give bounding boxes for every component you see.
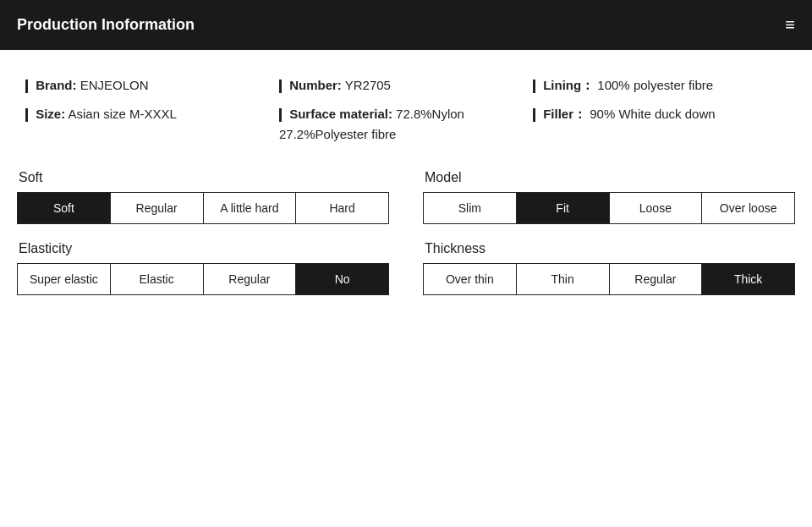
- size-info: Size: Asian size M-XXXL: [25, 104, 279, 124]
- softness-btn-hard[interactable]: Hard: [296, 193, 388, 223]
- brand-info: Brand: ENJEOLON: [25, 75, 279, 96]
- softness-btn-soft[interactable]: Soft: [18, 193, 111, 223]
- elasticity-buttons: Super elastic Elastic Regular No: [17, 263, 389, 295]
- filler-bar: [533, 108, 535, 122]
- filler-info: Filler： 90% White duck down: [533, 104, 787, 124]
- surface-info: Surface material: 72.8%Nylon 27.2%Polyes…: [279, 104, 533, 145]
- filler-value: 90% White duck down: [590, 107, 715, 121]
- elasticity-group: Elasticity Super elastic Elastic Regular…: [17, 241, 389, 295]
- thickness-group: Thickness Over thin Thin Regular Thick: [423, 241, 795, 295]
- elasticity-btn-superelastic[interactable]: Super elastic: [18, 264, 111, 294]
- model-btn-slim[interactable]: Slim: [424, 193, 517, 223]
- attributes-section: Soft Soft Regular A little hard Hard Ela…: [0, 162, 812, 338]
- number-label: Number:: [289, 78, 342, 92]
- size-bar: [25, 108, 28, 122]
- menu-icon[interactable]: ≡: [785, 15, 795, 35]
- model-btn-fit[interactable]: Fit: [517, 193, 610, 223]
- model-btn-overloose[interactable]: Over loose: [702, 193, 794, 223]
- filler-label: Filler：: [543, 107, 586, 121]
- left-attributes: Soft Soft Regular A little hard Hard Ela…: [17, 170, 389, 312]
- number-value: YR2705: [345, 78, 391, 92]
- number-info: Number: YR2705: [279, 75, 533, 96]
- lining-info: Lining： 100% polyester fibre: [533, 75, 787, 96]
- elasticity-label: Elasticity: [17, 241, 389, 256]
- page-title: Production Inoformation: [17, 16, 195, 34]
- thickness-btn-thin[interactable]: Thin: [517, 264, 610, 294]
- model-group: Model Slim Fit Loose Over loose: [423, 170, 795, 224]
- elasticity-btn-no[interactable]: No: [296, 264, 388, 294]
- softness-group: Soft Soft Regular A little hard Hard: [17, 170, 389, 224]
- brand-label: Brand:: [36, 78, 76, 92]
- col-divider: [389, 170, 423, 312]
- size-value: Asian size M-XXXL: [69, 107, 177, 121]
- thickness-btn-overthin[interactable]: Over thin: [424, 264, 517, 294]
- size-label: Size:: [36, 107, 65, 121]
- thickness-btn-thick[interactable]: Thick: [702, 264, 794, 294]
- softness-btn-alittlehard[interactable]: A little hard: [204, 193, 297, 223]
- number-bar: [279, 80, 282, 93]
- brand-value: ENJEOLON: [80, 78, 149, 92]
- thickness-btn-regular[interactable]: Regular: [610, 264, 703, 294]
- surface-bar: [279, 108, 282, 122]
- info-section: Brand: ENJEOLON Number: YR2705 Lining： 1…: [0, 50, 812, 162]
- thickness-buttons: Over thin Thin Regular Thick: [423, 263, 795, 295]
- page-header: Production Inoformation ≡: [0, 0, 812, 50]
- lining-label: Lining：: [543, 78, 594, 92]
- softness-label: Soft: [17, 170, 389, 185]
- model-buttons: Slim Fit Loose Over loose: [423, 192, 795, 224]
- brand-bar: [25, 80, 28, 93]
- lining-bar: [533, 80, 535, 93]
- softness-buttons: Soft Regular A little hard Hard: [17, 192, 389, 224]
- thickness-label: Thickness: [423, 241, 795, 256]
- lining-value: 100% polyester fibre: [597, 78, 713, 92]
- elasticity-btn-elastic[interactable]: Elastic: [111, 264, 204, 294]
- softness-btn-regular[interactable]: Regular: [111, 193, 204, 223]
- elasticity-btn-regular[interactable]: Regular: [204, 264, 297, 294]
- model-btn-loose[interactable]: Loose: [610, 193, 703, 223]
- right-attributes: Model Slim Fit Loose Over loose Thicknes…: [423, 170, 795, 312]
- surface-label: Surface material:: [289, 107, 392, 121]
- model-label: Model: [423, 170, 795, 185]
